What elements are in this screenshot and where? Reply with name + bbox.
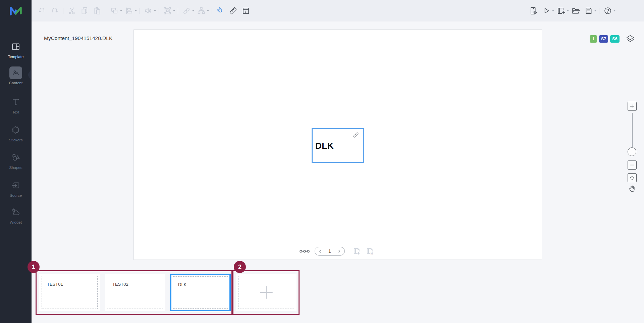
zoom-out-button[interactable] bbox=[628, 160, 637, 170]
sidebar-item-label: Stickers bbox=[0, 138, 32, 142]
snap-magnet-icon bbox=[216, 6, 225, 15]
sidebar-item-widget[interactable]: Widget bbox=[0, 206, 32, 224]
sidebar-item-label: Source bbox=[0, 193, 32, 197]
group-icon bbox=[163, 6, 172, 15]
sidebar-item-stickers[interactable]: Stickers bbox=[0, 124, 32, 142]
sidebar-item-text[interactable]: Text bbox=[0, 96, 32, 114]
sidebar-item-source[interactable]: Source bbox=[0, 179, 32, 197]
toolbar-left-group bbox=[36, 0, 252, 21]
link-button[interactable] bbox=[182, 6, 191, 15]
content-icon bbox=[9, 66, 22, 79]
arrange-dropdown-caret[interactable] bbox=[120, 10, 122, 11]
sidebar-item-label: Content bbox=[0, 81, 32, 85]
snap-button[interactable] bbox=[216, 6, 225, 15]
app-root: Template Content Text Stickers bbox=[0, 0, 644, 323]
group-dropdown-caret[interactable] bbox=[173, 10, 175, 11]
sidebar-item-label: Widget bbox=[0, 220, 32, 224]
preview-dropdown-caret[interactable] bbox=[552, 10, 554, 11]
prev-page-button[interactable] bbox=[318, 249, 322, 253]
toolbar-separator bbox=[599, 8, 599, 14]
thumbnail-frame: TEST01 bbox=[42, 276, 98, 309]
add-master-page-button[interactable]: M bbox=[366, 247, 374, 256]
page-plus-icon bbox=[353, 247, 361, 256]
next-page-button[interactable] bbox=[337, 249, 341, 253]
redo-icon bbox=[50, 6, 59, 15]
arrange-icon bbox=[110, 6, 119, 15]
ruler-button[interactable] bbox=[228, 6, 238, 15]
copy-button[interactable] bbox=[80, 6, 89, 15]
redo-button[interactable] bbox=[50, 6, 59, 15]
link-icon bbox=[182, 6, 191, 15]
add-page-button[interactable] bbox=[556, 6, 566, 15]
add-page-after-button[interactable] bbox=[353, 247, 361, 256]
chevron-left-icon bbox=[318, 249, 322, 253]
document-settings-button[interactable] bbox=[529, 6, 538, 15]
status-badge-s6: S6 bbox=[610, 35, 619, 43]
open-button[interactable] bbox=[571, 6, 581, 15]
page-overview-button[interactable] bbox=[299, 249, 310, 253]
add-page-thumbnail[interactable] bbox=[236, 274, 297, 311]
paste-button[interactable] bbox=[93, 6, 102, 15]
add-page-dropdown-caret[interactable] bbox=[567, 10, 569, 11]
element-link-icon[interactable] bbox=[352, 131, 360, 139]
current-page-number: 1 bbox=[328, 248, 331, 254]
arrange-button[interactable] bbox=[110, 6, 119, 15]
sidebar-item-content[interactable]: Content bbox=[0, 66, 32, 85]
thumbnail-frame: DLK bbox=[173, 276, 228, 309]
page-overview-icon bbox=[299, 249, 310, 253]
sidebar-item-label: Text bbox=[0, 110, 32, 114]
align-icon bbox=[125, 6, 133, 15]
zoom-slider-track[interactable] bbox=[632, 113, 633, 147]
fit-to-screen-button[interactable] bbox=[628, 173, 637, 182]
page-thumbnail-test01[interactable]: TEST01 bbox=[39, 274, 100, 311]
help-dropdown-caret[interactable] bbox=[613, 10, 615, 11]
align-button[interactable] bbox=[124, 6, 134, 15]
copy-icon bbox=[80, 6, 89, 15]
paste-icon bbox=[93, 6, 102, 15]
undo-button[interactable] bbox=[37, 6, 47, 15]
table-button[interactable] bbox=[241, 6, 251, 15]
undo-icon bbox=[38, 6, 46, 15]
hierarchy-button[interactable] bbox=[197, 6, 206, 15]
pan-tool-button[interactable] bbox=[628, 184, 637, 193]
svg-text:M: M bbox=[371, 251, 373, 255]
save-button[interactable] bbox=[584, 6, 593, 15]
audio-button[interactable] bbox=[144, 6, 153, 15]
sidebar-item-label: Shapes bbox=[0, 166, 32, 170]
page-thumbnail-dlk-selected[interactable]: DLK bbox=[170, 274, 231, 311]
hierarchy-dropdown-caret[interactable] bbox=[207, 10, 209, 11]
sidebar-item-template[interactable]: Template bbox=[0, 40, 32, 59]
cut-button[interactable] bbox=[67, 6, 76, 15]
widget-icon bbox=[9, 206, 22, 219]
page-thumbnail-test02[interactable]: TEST02 bbox=[105, 274, 165, 311]
fit-screen-icon bbox=[629, 175, 635, 181]
canvas-page-navigation: 1 M bbox=[299, 247, 376, 256]
ruler-icon bbox=[229, 6, 237, 15]
thumbnail-frame bbox=[238, 276, 294, 309]
zoom-in-button[interactable] bbox=[628, 102, 637, 111]
plus-icon bbox=[259, 285, 273, 299]
audio-dropdown-caret[interactable] bbox=[154, 10, 156, 11]
layers-button[interactable] bbox=[625, 34, 635, 44]
toolbar-separator bbox=[159, 8, 159, 14]
align-dropdown-caret[interactable] bbox=[135, 10, 137, 11]
page-pager: 1 bbox=[315, 247, 345, 256]
canvas[interactable]: DLK 1 M bbox=[133, 30, 542, 260]
audio-icon bbox=[144, 6, 153, 15]
sidebar-item-shapes[interactable]: Shapes bbox=[0, 151, 32, 170]
toolbar-separator bbox=[106, 8, 106, 14]
hand-icon bbox=[628, 184, 637, 193]
shapes-icon bbox=[9, 151, 22, 164]
play-icon bbox=[542, 6, 551, 15]
toolbar-separator bbox=[140, 8, 140, 14]
selected-element-dlk[interactable]: DLK bbox=[312, 128, 364, 163]
group-button[interactable] bbox=[163, 6, 172, 15]
chevron-right-icon bbox=[337, 249, 341, 253]
zoom-slider-handle[interactable] bbox=[628, 147, 636, 156]
link-dropdown-caret[interactable] bbox=[192, 10, 194, 11]
layers-icon bbox=[625, 34, 635, 44]
save-dropdown-caret[interactable] bbox=[594, 10, 596, 11]
plus-icon bbox=[630, 104, 634, 108]
preview-button[interactable] bbox=[542, 6, 551, 15]
help-button[interactable] bbox=[603, 6, 612, 15]
